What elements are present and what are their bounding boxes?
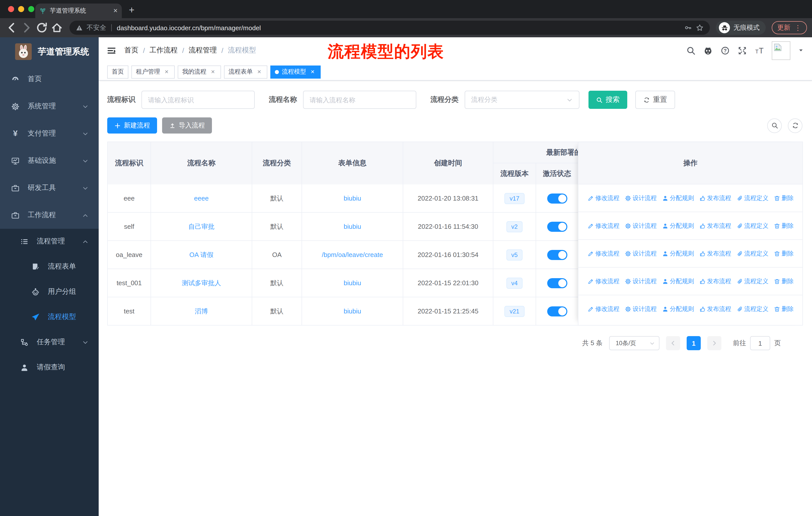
goto-page-input[interactable] bbox=[750, 336, 770, 350]
action-assign-rule-link[interactable]: 分配规则 bbox=[662, 249, 694, 258]
sidebar-item-payment[interactable]: ¥ 支付管理 bbox=[0, 120, 99, 147]
tag-close-icon[interactable]: ✕ bbox=[209, 68, 216, 75]
action-design-link[interactable]: 设计流程 bbox=[625, 277, 657, 286]
fullscreen-icon[interactable] bbox=[737, 46, 747, 55]
action-assign-rule-link[interactable]: 分配规则 bbox=[662, 194, 694, 202]
prev-page-button[interactable] bbox=[666, 336, 680, 350]
action-delete-link[interactable]: 删除 bbox=[774, 305, 794, 314]
process-name-link[interactable]: 自己审批 bbox=[188, 222, 214, 231]
user-menu-caret-icon[interactable] bbox=[798, 47, 804, 53]
zoom-window-button[interactable] bbox=[28, 6, 34, 12]
reset-button[interactable]: 重置 bbox=[635, 91, 675, 109]
next-page-button[interactable] bbox=[707, 336, 721, 350]
sidebar-item-task-management[interactable]: 任务管理 bbox=[0, 330, 99, 355]
action-assign-rule-link[interactable]: 分配规则 bbox=[662, 221, 694, 230]
font-size-icon[interactable]: TT bbox=[755, 46, 764, 55]
process-name-link[interactable]: 测试多审批人 bbox=[182, 278, 221, 288]
form-info-link[interactable]: biubiu bbox=[344, 194, 361, 202]
tag-close-icon[interactable]: ✕ bbox=[309, 68, 316, 75]
process-category-select[interactable]: 流程分类 bbox=[465, 91, 579, 109]
action-definition-link[interactable]: 流程定义 bbox=[736, 277, 768, 286]
active-toggle[interactable] bbox=[547, 306, 567, 316]
action-design-link[interactable]: 设计流程 bbox=[625, 305, 657, 314]
import-process-button[interactable]: 导入流程 bbox=[162, 117, 212, 134]
create-process-button[interactable]: 新建流程 bbox=[107, 117, 157, 134]
sidebar-item-leave-query[interactable]: 请假查询 bbox=[0, 355, 99, 380]
hamburger-icon[interactable] bbox=[107, 46, 116, 55]
breadcrumb-home[interactable]: 首页 bbox=[124, 46, 139, 55]
sidebar-item-user-group[interactable]: 用户分组 bbox=[0, 279, 99, 304]
search-button[interactable]: 搜索 bbox=[588, 91, 627, 109]
form-info-link[interactable]: biubiu bbox=[344, 223, 361, 230]
form-info-link[interactable]: biubiu bbox=[344, 307, 361, 315]
help-icon[interactable]: ? bbox=[720, 46, 730, 55]
minimize-window-button[interactable] bbox=[18, 6, 24, 12]
back-icon[interactable] bbox=[5, 21, 18, 34]
action-assign-rule-link[interactable]: 分配规则 bbox=[662, 277, 694, 286]
tag-close-icon[interactable]: ✕ bbox=[163, 68, 170, 75]
current-page[interactable]: 1 bbox=[687, 336, 701, 350]
forward-icon[interactable] bbox=[20, 21, 33, 34]
breadcrumb-process-management[interactable]: 流程管理 bbox=[189, 46, 217, 55]
process-name-link[interactable]: eeee bbox=[194, 194, 209, 202]
action-modify-link[interactable]: 修改流程 bbox=[587, 249, 619, 258]
process-name-input[interactable] bbox=[303, 91, 416, 109]
action-definition-link[interactable]: 流程定义 bbox=[736, 249, 768, 258]
action-definition-link[interactable]: 流程定义 bbox=[736, 194, 768, 202]
tab-close-icon[interactable]: ✕ bbox=[113, 7, 118, 14]
github-icon[interactable] bbox=[703, 46, 713, 55]
form-info-link[interactable]: biubiu bbox=[344, 279, 361, 287]
kebab-menu-icon[interactable]: ⋮ bbox=[794, 24, 802, 32]
form-info-link[interactable]: /bpm/oa/leave/create bbox=[322, 251, 383, 259]
process-id-input[interactable] bbox=[141, 91, 255, 109]
refresh-table-button[interactable] bbox=[788, 118, 803, 133]
active-toggle[interactable] bbox=[547, 193, 567, 203]
action-modify-link[interactable]: 修改流程 bbox=[587, 221, 619, 230]
sidebar-item-process-model[interactable]: 流程模型 bbox=[0, 304, 99, 330]
action-definition-link[interactable]: 流程定义 bbox=[736, 221, 768, 230]
new-tab-button[interactable]: + bbox=[129, 4, 135, 16]
action-publish-link[interactable]: 发布流程 bbox=[699, 277, 731, 286]
action-delete-link[interactable]: 删除 bbox=[774, 221, 794, 230]
page-size-select[interactable]: 10条/页 bbox=[609, 336, 660, 350]
sidebar-item-system[interactable]: 系统管理 bbox=[0, 93, 99, 120]
sidebar-item-home[interactable]: 首页 bbox=[0, 65, 99, 93]
action-publish-link[interactable]: 发布流程 bbox=[699, 249, 731, 258]
show-search-button[interactable] bbox=[767, 118, 782, 133]
action-design-link[interactable]: 设计流程 bbox=[625, 194, 657, 202]
action-publish-link[interactable]: 发布流程 bbox=[699, 305, 731, 314]
breadcrumb-workflow[interactable]: 工作流程 bbox=[149, 46, 178, 55]
action-design-link[interactable]: 设计流程 bbox=[625, 249, 657, 258]
tag-close-icon[interactable]: ✕ bbox=[256, 68, 263, 75]
sidebar-logo[interactable]: 芋道管理系统 bbox=[0, 37, 99, 65]
tag-my-process[interactable]: 我的流程✕ bbox=[178, 65, 221, 78]
home-icon[interactable] bbox=[50, 21, 63, 34]
action-delete-link[interactable]: 删除 bbox=[774, 194, 794, 202]
process-name-link[interactable]: 滔博 bbox=[195, 307, 208, 316]
active-toggle[interactable] bbox=[547, 221, 567, 232]
url-bar[interactable]: 不安全 dashboard.yudao.iocoder.cn/bpm/manag… bbox=[69, 21, 710, 35]
action-assign-rule-link[interactable]: 分配规则 bbox=[662, 305, 694, 314]
process-name-link[interactable]: OA 请假 bbox=[189, 250, 213, 259]
sidebar-item-workflow[interactable]: 工作流程 bbox=[0, 201, 99, 229]
sidebar-item-infrastructure[interactable]: 基础设施 bbox=[0, 147, 99, 174]
sidebar-item-process-form[interactable]: 流程表单 bbox=[0, 254, 99, 279]
action-delete-link[interactable]: 删除 bbox=[774, 249, 794, 258]
action-publish-link[interactable]: 发布流程 bbox=[699, 221, 731, 230]
browser-update-button[interactable]: 更新 ⋮ bbox=[772, 21, 807, 34]
search-icon[interactable] bbox=[686, 46, 696, 55]
tag-process-model[interactable]: 流程模型✕ bbox=[270, 65, 321, 78]
active-toggle[interactable] bbox=[547, 250, 567, 260]
action-definition-link[interactable]: 流程定义 bbox=[736, 305, 768, 314]
active-toggle[interactable] bbox=[547, 278, 567, 288]
tag-process-form[interactable]: 流程表单✕ bbox=[224, 65, 267, 78]
action-modify-link[interactable]: 修改流程 bbox=[587, 277, 619, 286]
sidebar-item-process-management[interactable]: 流程管理 bbox=[0, 229, 99, 254]
sidebar-item-dev-tools[interactable]: 研发工具 bbox=[0, 174, 99, 201]
password-key-icon[interactable] bbox=[684, 24, 692, 32]
action-publish-link[interactable]: 发布流程 bbox=[699, 194, 731, 202]
close-window-button[interactable] bbox=[8, 6, 14, 12]
reload-icon[interactable] bbox=[35, 21, 48, 34]
action-delete-link[interactable]: 删除 bbox=[774, 277, 794, 286]
action-modify-link[interactable]: 修改流程 bbox=[587, 194, 619, 202]
